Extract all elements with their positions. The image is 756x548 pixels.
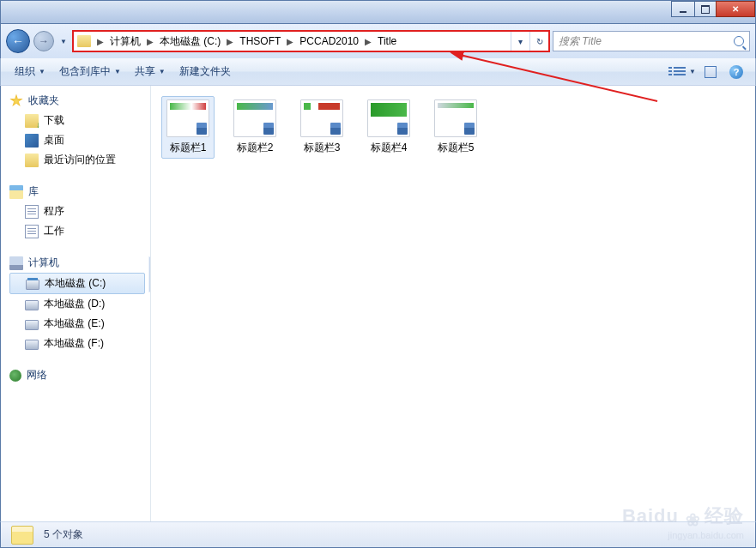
breadcrumb-segment[interactable]: 计算机	[108, 34, 142, 49]
breadcrumb-segment[interactable]: THSOFT	[238, 35, 282, 47]
preview-pane-button[interactable]	[699, 62, 723, 82]
search-placeholder: 搜索 Title	[559, 34, 602, 49]
sidebar-item-recent[interactable]: 最近访问的位置	[9, 150, 150, 170]
close-button[interactable]	[716, 1, 755, 17]
network-icon	[9, 370, 21, 382]
drive-icon	[25, 340, 39, 350]
address-dropdown[interactable]: ▾	[511, 32, 529, 51]
sidebar-item-drive-f[interactable]: 本地磁盘 (F:)	[9, 334, 150, 353]
recent-icon	[25, 154, 39, 167]
file-name: 标题栏1	[170, 141, 207, 155]
sidebar-computer-header[interactable]: 计算机	[9, 253, 150, 273]
preview-pane-icon	[705, 66, 717, 78]
document-icon	[25, 205, 39, 219]
status-text: 5 个对象	[44, 527, 83, 542]
sidebar-item-drive-d[interactable]: 本地磁盘 (D:)	[9, 294, 150, 314]
computer-icon	[9, 256, 23, 270]
view-options-button[interactable]: ▼	[673, 62, 697, 82]
file-item[interactable]: 标题栏5	[429, 96, 482, 159]
status-bar: 5 个对象	[0, 521, 756, 548]
drive-icon	[25, 320, 39, 330]
breadcrumb-segment[interactable]: PCCAD2010	[298, 35, 360, 47]
breadcrumb-separator: ▶	[93, 37, 108, 46]
star-icon	[9, 94, 23, 108]
window-titlebar	[0, 0, 756, 24]
drive-icon	[26, 280, 39, 290]
file-name: 标题栏5	[438, 141, 475, 155]
forward-button[interactable]: →	[33, 31, 54, 51]
sidebar-item-drive-e[interactable]: 本地磁盘 (E:)	[9, 314, 150, 334]
file-name: 标题栏2	[237, 141, 274, 155]
library-icon	[9, 185, 23, 199]
document-icon	[25, 225, 39, 238]
maximize-button[interactable]	[694, 1, 717, 17]
file-list[interactable]: 标题栏1 标题栏2 标题栏3 标题栏4 标题栏5	[151, 86, 755, 521]
sidebar-network-header[interactable]: 网络	[9, 365, 150, 385]
breadcrumb-separator: ▶	[282, 37, 298, 46]
file-thumbnail	[166, 99, 209, 137]
breadcrumb-segment[interactable]: Title	[376, 35, 398, 47]
sidebar-item-desktop[interactable]: 桌面	[9, 130, 150, 150]
desktop-icon	[25, 134, 39, 148]
view-icon	[674, 67, 686, 77]
search-icon	[734, 36, 744, 46]
sidebar-item-downloads[interactable]: 下载	[9, 111, 150, 130]
file-name: 标题栏3	[304, 141, 341, 155]
help-button[interactable]: ?	[724, 62, 748, 82]
drive-icon	[25, 300, 39, 310]
share-menu[interactable]: 共享▼	[128, 61, 172, 82]
nav-bar: ← → ▼ ▶ 计算机 ▶ 本地磁盘 (C:) ▶ THSOFT ▶ PCCAD…	[0, 24, 756, 58]
sidebar-libraries-header[interactable]: 库	[9, 182, 150, 202]
address-bar[interactable]: ▶ 计算机 ▶ 本地磁盘 (C:) ▶ THSOFT ▶ PCCAD2010 ▶…	[73, 31, 549, 51]
breadcrumb-separator: ▶	[360, 37, 376, 46]
breadcrumb-segment[interactable]: 本地磁盘 (C:)	[158, 34, 222, 49]
file-item[interactable]: 标题栏1	[161, 96, 215, 159]
help-icon: ?	[729, 65, 743, 79]
include-in-library-menu[interactable]: 包含到库中▼	[52, 61, 128, 82]
file-thumbnail	[434, 99, 477, 137]
refresh-button[interactable]: ↻	[529, 32, 548, 51]
file-item[interactable]: 标题栏3	[295, 96, 348, 159]
new-folder-button[interactable]: 新建文件夹	[172, 61, 238, 82]
minimize-button[interactable]	[671, 1, 695, 17]
breadcrumb-separator: ▶	[142, 37, 158, 46]
history-dropdown[interactable]: ▼	[57, 32, 70, 51]
back-button[interactable]: ←	[6, 29, 30, 53]
search-input[interactable]: 搜索 Title	[553, 31, 750, 51]
folder-icon	[11, 526, 33, 545]
breadcrumb-separator: ▶	[222, 37, 238, 46]
folder-icon	[77, 35, 91, 47]
organize-menu[interactable]: 组织▼	[8, 61, 52, 82]
command-bar: 组织▼ 包含到库中▼ 共享▼ 新建文件夹 ▼ ?	[0, 58, 756, 86]
file-item[interactable]: 标题栏4	[362, 96, 415, 159]
sidebar-favorites-header[interactable]: 收藏夹	[9, 91, 150, 111]
sidebar-item-work[interactable]: 工作	[9, 221, 150, 241]
navigation-pane[interactable]: 收藏夹 下载 桌面 最近访问的位置 库 程序 工作 计算机 本地磁盘 (C:) …	[1, 86, 151, 521]
file-name: 标题栏4	[371, 141, 408, 155]
file-thumbnail	[233, 99, 276, 137]
file-item[interactable]: 标题栏2	[228, 96, 281, 159]
main-area: 收藏夹 下载 桌面 最近访问的位置 库 程序 工作 计算机 本地磁盘 (C:) …	[0, 86, 756, 521]
file-thumbnail	[367, 99, 410, 137]
file-thumbnail	[300, 99, 343, 137]
download-icon	[25, 114, 39, 128]
sidebar-item-programs[interactable]: 程序	[9, 202, 150, 221]
sidebar-item-drive-c[interactable]: 本地磁盘 (C:)	[9, 273, 145, 294]
